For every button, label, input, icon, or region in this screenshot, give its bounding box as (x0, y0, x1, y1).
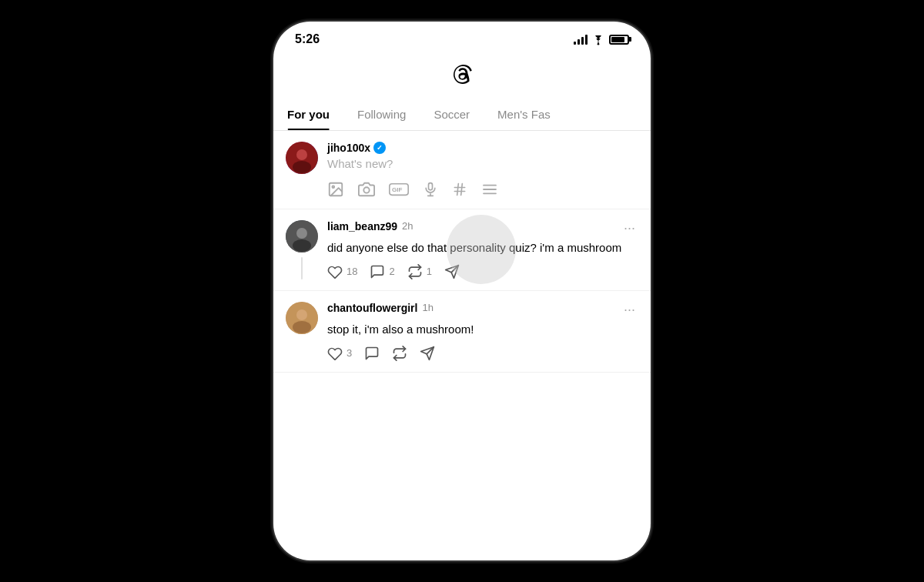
svg-line-15 (461, 183, 463, 195)
post-body: did anyone else do that personality quiz… (327, 239, 638, 256)
share-icon (444, 263, 460, 279)
threads-logo (446, 59, 478, 91)
post-username[interactable]: chantouflowergirl (327, 302, 417, 314)
svg-point-6 (363, 187, 369, 192)
composer-avatar[interactable] (286, 142, 318, 174)
status-time: 5:26 (295, 32, 320, 46)
post-avatar[interactable] (286, 302, 318, 334)
image-tool-icon[interactable] (327, 179, 344, 198)
post-more-button[interactable]: ··· (621, 302, 638, 318)
tab-bar: For you Following Soccer Men's Fas (273, 100, 651, 131)
mic-tool-icon[interactable] (423, 179, 438, 198)
feed: jiho100x ✓ What's new? (273, 131, 651, 373)
comment-icon (370, 263, 385, 279)
tab-soccer[interactable]: Soccer (420, 100, 484, 130)
repost-button[interactable] (392, 345, 407, 361)
heart-icon (327, 345, 343, 361)
like-count: 18 (346, 266, 357, 277)
share-button[interactable] (420, 345, 435, 361)
post-content-col: chantouflowergirl 1h ··· stop it, i'm al… (327, 302, 638, 361)
post-content-col: liam_beanz99 2h ··· did anyone else do t… (327, 220, 638, 279)
post-username[interactable]: liam_beanz99 (327, 220, 397, 232)
hashtag-tool-icon[interactable] (452, 179, 467, 198)
repost-icon (392, 345, 407, 361)
tab-following[interactable]: Following (343, 100, 420, 130)
camera-tool-icon[interactable] (358, 179, 375, 198)
composer-placeholder[interactable]: What's new? (327, 157, 638, 170)
status-bar: 5:26 (273, 22, 651, 52)
repost-button[interactable]: 1 (407, 263, 432, 279)
post-time: 1h (422, 302, 433, 313)
post-avatar[interactable] (286, 220, 318, 253)
post-actions: 3 (327, 345, 638, 361)
post-user-info: chantouflowergirl 1h (327, 302, 434, 314)
phone-frame: 5:26 (273, 22, 651, 560)
verified-badge: ✓ (373, 142, 386, 154)
post-composer: jiho100x ✓ What's new? (273, 131, 651, 209)
post-more-button[interactable]: ··· (621, 220, 638, 236)
post-left-col (286, 302, 318, 361)
post-actions: 18 2 (327, 263, 638, 279)
post-header: liam_beanz99 2h ··· (327, 220, 638, 236)
composer-tools: GIF (327, 179, 638, 198)
repost-icon (407, 263, 423, 279)
comment-count: 2 (389, 266, 394, 277)
like-count: 3 (346, 347, 352, 359)
repost-count: 1 (427, 266, 432, 277)
svg-rect-9 (429, 182, 433, 189)
like-button[interactable]: 18 (327, 263, 357, 279)
composer-content: jiho100x ✓ What's new? (327, 142, 638, 198)
share-icon (420, 345, 435, 361)
comment-icon (364, 345, 380, 361)
svg-point-25 (296, 309, 307, 320)
composer-username-text: jiho100x (327, 142, 370, 154)
post-left-col (286, 220, 318, 279)
like-button[interactable]: 3 (327, 345, 352, 361)
post-header: chantouflowergirl 1h ··· (327, 302, 638, 318)
comment-button[interactable]: 2 (370, 263, 394, 279)
gif-tool-icon[interactable]: GIF (389, 179, 409, 198)
tab-mens-fashion[interactable]: Men's Fas (484, 100, 564, 130)
post-item: liam_beanz99 2h ··· did anyone else do t… (273, 209, 651, 291)
wifi-icon (592, 33, 604, 45)
composer-username-row: jiho100x ✓ (327, 142, 638, 154)
post-user-info: liam_beanz99 2h (327, 220, 413, 232)
svg-point-0 (598, 43, 600, 45)
svg-point-3 (293, 161, 311, 173)
menu-tool-icon[interactable] (481, 179, 498, 198)
svg-point-5 (332, 186, 334, 188)
signal-icon (574, 34, 588, 45)
heart-icon (327, 263, 343, 279)
phone-wrapper: 5:26 (273, 0, 651, 582)
post-item: chantouflowergirl 1h ··· stop it, i'm al… (273, 291, 651, 373)
thread-line (301, 257, 303, 279)
svg-point-2 (296, 149, 307, 160)
app-header (273, 52, 651, 100)
post-body: stop it, i'm also a mushroom! (327, 321, 638, 337)
svg-line-14 (457, 183, 459, 195)
svg-point-20 (296, 228, 307, 239)
svg-point-21 (293, 239, 311, 252)
svg-text:GIF: GIF (392, 186, 403, 193)
post-time: 2h (402, 220, 413, 232)
comment-button[interactable] (364, 345, 380, 361)
battery-icon (609, 35, 629, 45)
svg-point-26 (293, 321, 311, 333)
share-button[interactable] (444, 263, 460, 279)
status-icons (574, 33, 629, 45)
tab-for-you[interactable]: For you (273, 100, 343, 130)
